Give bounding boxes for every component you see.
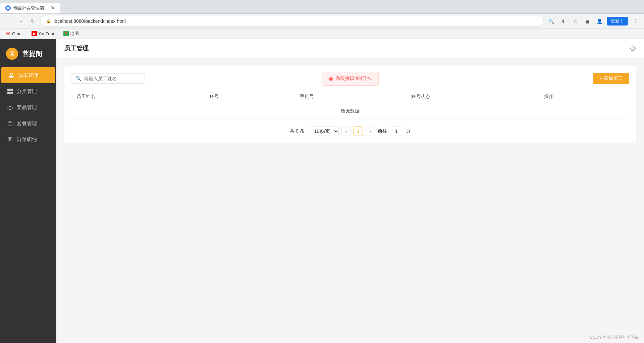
gmail-icon: M [5,31,11,36]
current-page-number[interactable]: 1 [354,127,363,136]
share-button[interactable]: ⬆ [558,16,568,26]
forward-button[interactable]: → [16,16,25,26]
toolbar: 🔍 ⊗ 系统接口404异常 + 添加员工 [71,73,629,84]
employees-icon [8,72,15,79]
sidebar-item-categories-label: 分类管理 [17,88,37,95]
bookmark-youtube-label: YouTube [38,31,55,36]
bookmarks-bar: M Gmail ▶ YouTube 📍 地图 [0,28,644,39]
bookmark-gmail-label: Gmail [12,31,23,36]
col-status: 账号状态 [406,90,539,104]
active-tab[interactable]: 瑞吉外卖管理端 ✕ [0,3,60,13]
tab-close-button[interactable]: ✕ [51,5,55,11]
footer-watermark: CSDN @不会压弯的小飞侠 [590,335,639,340]
reload-button[interactable]: ↻ [28,16,38,26]
address-text: localhost:8080/backend/index.html [54,18,538,24]
logo-text: 菩提阁 [22,49,42,58]
bookmark-gmail[interactable]: M Gmail [4,30,25,37]
lock-icon: 🔒 [46,19,51,23]
logo-icon: 菩 [5,47,19,60]
bookmark-button[interactable]: ☆ [571,16,580,26]
page-title: 员工管理 [64,44,89,52]
bookmark-youtube[interactable]: ▶ YouTube [30,30,57,37]
bookmark-maps[interactable]: 📍 地图 [62,30,80,37]
pagination: 共 0 条 10条/页 20条/页 50条/页 ‹ 1 › 前往 页 [71,127,629,136]
dishes-icon [7,104,13,111]
sidebar-item-packages[interactable]: 套餐管理 [0,115,56,132]
svg-point-5 [11,74,12,75]
page-header: 员工管理 ⏻ [56,39,644,58]
sidebar-item-packages-label: 套餐管理 [17,120,37,127]
table-body: 暂无数据 [71,104,629,118]
sidebar: 菩 菩提阁 员工管理 [0,39,56,343]
col-account: 账号 [204,90,294,104]
bookmark-maps-label: 地图 [70,31,79,37]
new-tab-button[interactable]: + [62,3,72,13]
maps-icon: 📍 [63,31,69,36]
prev-page-button[interactable]: ‹ [341,127,351,136]
youtube-icon: ▶ [32,31,37,36]
nav-menu: 员工管理 分类管理 [0,67,56,148]
svg-rect-9 [10,92,13,94]
tab-favicon [5,5,11,11]
search-input[interactable] [84,76,141,81]
svg-rect-6 [7,89,10,91]
back-button[interactable]: ← [4,16,13,26]
sidebar-item-categories[interactable]: 分类管理 [0,83,56,99]
menu-button[interactable]: ⋮ [631,16,640,26]
extensions-button[interactable]: ▣ [583,16,592,26]
page-unit-label: 页 [406,128,411,134]
svg-point-10 [8,107,12,109]
add-employee-button[interactable]: + 添加员工 [593,73,629,84]
update-button[interactable]: 更新！ [607,17,628,26]
search-browser-button[interactable]: 🔍 [546,16,556,26]
content-area: 🔍 ⊗ 系统接口404异常 + 添加员工 员工姓名 [56,58,644,343]
col-action: 操作 [539,90,629,104]
page-size-select[interactable]: 10条/页 20条/页 50条/页 [310,127,339,136]
svg-rect-8 [7,92,10,94]
table-empty-row: 暂无数据 [71,104,629,118]
app-container: 菩 菩提阁 员工管理 [0,39,644,343]
tab-title: 瑞吉外卖管理端 [13,5,48,11]
col-name: 员工姓名 [71,90,204,104]
search-icon: 🔍 [75,76,81,81]
svg-text:菩: 菩 [9,51,15,57]
goto-label: 前往 [378,128,387,134]
table-header: 员工姓名 账号 手机号 账号状态 操作 [71,90,629,104]
svg-point-0 [7,7,9,9]
col-phone: 手机号 [294,90,406,104]
error-message: 系统接口404异常 [336,76,372,82]
sidebar-item-orders-label: 订单明细 [17,137,37,143]
error-alert: ⊗ 系统接口404异常 [322,72,379,86]
svg-rect-4 [9,76,14,78]
main-content: 员工管理 ⏻ 🔍 ⊗ 系统接口404异常 + 添加员工 [56,39,644,343]
error-circle-icon: ⊗ [329,76,333,82]
packages-icon [7,120,13,127]
search-input-wrapper[interactable]: 🔍 [71,74,145,84]
sidebar-item-employees-label: 员工管理 [18,72,38,79]
data-table: 员工姓名 账号 手机号 账号状态 操作 暂无数据 [71,90,629,118]
pagination-total: 共 0 条 [290,128,305,134]
empty-text: 暂无数据 [71,104,629,118]
goto-page-input[interactable] [390,127,403,136]
sidebar-item-orders[interactable]: 订单明细 [0,132,56,148]
address-bar[interactable]: 🔒 localhost:8080/backend/index.html [40,16,544,27]
profile-button[interactable]: 👤 [595,16,604,26]
svg-rect-7 [10,89,13,91]
logo-area: 菩 菩提阁 [0,39,56,67]
sidebar-item-dishes[interactable]: 菜品管理 [0,99,56,115]
categories-icon [7,88,13,95]
content-card: 🔍 ⊗ 系统接口404异常 + 添加员工 员工姓名 [64,66,636,143]
sidebar-item-dishes-label: 菜品管理 [17,104,37,111]
sidebar-item-employees[interactable]: 员工管理 [1,67,55,83]
next-page-button[interactable]: › [366,127,375,136]
power-icon[interactable]: ⏻ [630,45,636,52]
orders-icon [7,136,13,143]
